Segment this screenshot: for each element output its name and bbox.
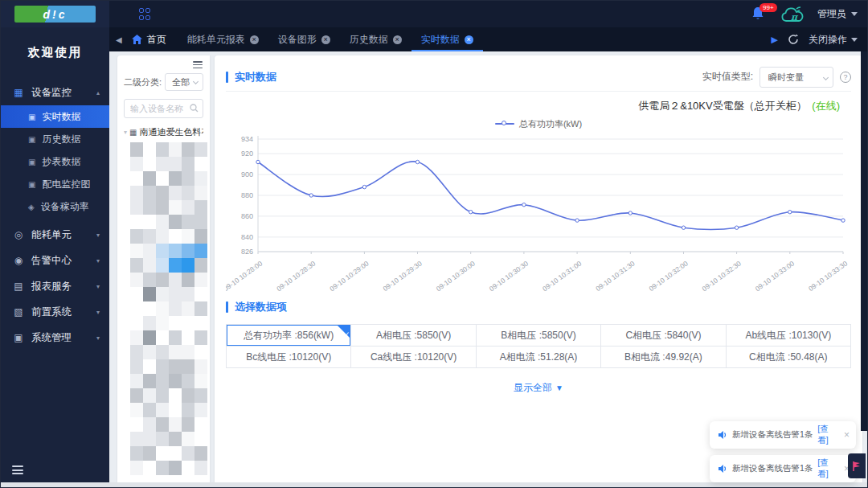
- tree-blur-cell: [130, 461, 143, 475]
- sidebar-item-设备稼动率[interactable]: ◈设备稼动率: [1, 195, 109, 218]
- sidebar-group-系统管理[interactable]: ▣系统管理▾: [1, 325, 109, 351]
- user-menu[interactable]: 管理员: [817, 7, 858, 21]
- tree-blur-cell: [156, 345, 169, 359]
- data-point[interactable]: [575, 219, 579, 222]
- tab-close-icon[interactable]: ×: [321, 35, 330, 44]
- chevron-down-icon: [851, 12, 858, 16]
- tree-blur-cell: [143, 316, 156, 330]
- speaker-icon: [718, 430, 727, 440]
- sidebar-group-前置系统[interactable]: ▧前置系统▾: [1, 299, 109, 325]
- tree-blur-cell: [169, 287, 182, 301]
- tree-blur-cell: [156, 316, 169, 330]
- data-item-cell[interactable]: A相电流 :51.28(A): [477, 347, 601, 368]
- tree-blur-cell: [169, 301, 182, 316]
- data-point[interactable]: [682, 226, 685, 229]
- sidebar-item-历史数据[interactable]: ▣历史数据: [1, 128, 109, 150]
- tab-close-icon[interactable]: ×: [465, 35, 473, 44]
- realtime-type-select[interactable]: 瞬时变量: [760, 67, 833, 88]
- data-point[interactable]: [416, 160, 419, 163]
- sidebar-group-报表服务[interactable]: ▤报表服务▾: [1, 273, 109, 299]
- category-select[interactable]: 全部: [165, 73, 203, 91]
- tree-blur-cell: [130, 215, 143, 229]
- chevron-down-icon: [851, 38, 858, 42]
- refresh-icon[interactable]: [788, 34, 799, 45]
- tree-blur-cell: [143, 345, 156, 359]
- sidebar-item-配电监控图[interactable]: ▣配电监控图: [1, 173, 109, 195]
- data-point[interactable]: [788, 211, 792, 214]
- sidebar-item-实时数据[interactable]: ▣实时数据: [1, 105, 109, 128]
- annotation-flag-widget[interactable]: [848, 453, 866, 478]
- data-item-cell[interactable]: Ab线电压 :10130(V): [727, 325, 851, 347]
- tree-blur-cell: [169, 200, 182, 215]
- tree-blur-cell: [182, 330, 194, 345]
- tree-blur-cell: [169, 244, 182, 258]
- sidebar-collapse-icon[interactable]: [12, 465, 23, 474]
- data-item-cell[interactable]: B相电压 :5850(V): [477, 325, 601, 347]
- data-point[interactable]: [735, 226, 738, 229]
- sidebar-group-label: 告警中心: [31, 254, 72, 268]
- notification-bell-icon[interactable]: 99+: [751, 6, 768, 23]
- tabs-scroll-left-icon[interactable]: ◀: [109, 27, 129, 51]
- tree-root-node[interactable]: ▾ ▦ 南通迪爱生色料有限公: [124, 126, 203, 138]
- tab[interactable]: 实时数据×: [411, 27, 483, 51]
- tab[interactable]: 能耗单元报表×: [178, 27, 268, 51]
- data-point[interactable]: [522, 203, 526, 207]
- show-all-button[interactable]: 显示全部▼: [226, 381, 851, 395]
- help-icon[interactable]: ?: [840, 72, 851, 83]
- tree-blur-cell: [156, 432, 169, 446]
- data-point[interactable]: [469, 211, 473, 214]
- cloud-pi-icon[interactable]: π: [780, 5, 805, 24]
- sidebar-group-告警中心[interactable]: ◉告警中心▾: [1, 248, 109, 273]
- tree-blur-cell: [130, 432, 143, 446]
- tab[interactable]: 设备图形×: [268, 27, 340, 51]
- toast-view-link[interactable]: [查看]: [817, 424, 839, 446]
- data-item-cell[interactable]: 总有功功率 :856(kW)✓: [227, 325, 351, 347]
- data-point[interactable]: [628, 211, 632, 215]
- sidebar-item-抄表数据[interactable]: ▣抄表数据: [1, 150, 109, 173]
- main-panel: 实时数据 实时值类型: 瞬时变量 ? 供電局２&10KV受電盤（总开关柜） (在…: [215, 55, 862, 483]
- tree-blur-cell: [156, 229, 169, 244]
- x-axis-tick-label: 09-10 10:32:30: [701, 259, 743, 293]
- tab-close-icon[interactable]: ×: [250, 35, 259, 44]
- toast-close-icon[interactable]: ×: [844, 429, 850, 441]
- data-item-cell[interactable]: C相电流 :50.48(A): [727, 347, 851, 368]
- data-item-cell[interactable]: C相电压 :5840(V): [601, 325, 726, 347]
- data-point[interactable]: [362, 185, 366, 188]
- device-tree-panel: 二级分类: 全部 ▾ ▦ 南通迪爱生色料有限公: [117, 55, 210, 483]
- tree-blur-cell: [130, 345, 143, 359]
- chart-legend[interactable]: 总有功功率(kW): [226, 117, 851, 131]
- tree-blur-cell: [182, 316, 194, 330]
- tree-blur-cell: [194, 244, 207, 258]
- sidebar-group-能耗单元[interactable]: ◎能耗单元▾: [1, 222, 109, 248]
- tree-blur-cell: [156, 258, 169, 273]
- data-item-cell[interactable]: Ca线电压 :10120(V): [351, 347, 476, 368]
- line-chart[interactable]: 82684086088090092093409-10 10:28:0009-10…: [226, 131, 851, 295]
- data-item-cell[interactable]: Bc线电压 :10120(V): [227, 347, 351, 368]
- toast-view-link[interactable]: [查看]: [817, 457, 839, 480]
- chevron-down-icon: ▾: [96, 232, 100, 239]
- data-item-value: C相电流 :50.48(A): [749, 351, 827, 363]
- close-operations-menu[interactable]: 关闭操作: [809, 33, 858, 47]
- data-point[interactable]: [256, 160, 260, 163]
- data-point[interactable]: [841, 219, 845, 222]
- tree-blur-cell: [156, 273, 169, 287]
- tabs-scroll-right-icon[interactable]: ▶: [772, 35, 778, 45]
- tree-blur-cell: [194, 359, 207, 374]
- document-icon: ▣: [28, 113, 35, 121]
- data-point[interactable]: [309, 194, 313, 197]
- data-item-cell[interactable]: B相电流 :49.92(A): [601, 347, 726, 368]
- logo-text: d!c: [43, 8, 68, 21]
- tab[interactable]: 历史数据×: [340, 27, 411, 51]
- tab-close-icon[interactable]: ×: [393, 35, 402, 44]
- data-item-cell[interactable]: A相电压 :5850(V): [351, 325, 476, 347]
- apps-grid-icon[interactable]: [139, 8, 151, 20]
- sidebar-group-设备监控[interactable]: ▦设备监控▴: [1, 80, 109, 105]
- tree-expand-icon[interactable]: ▾: [124, 129, 127, 136]
- menu-group-icon: ◎: [13, 229, 24, 240]
- tab-home[interactable]: 首页: [129, 27, 178, 51]
- tree-blur-cell: [182, 215, 194, 229]
- data-item-value: 总有功功率 :856(kW): [244, 330, 334, 341]
- section-accent-bar: [226, 72, 228, 83]
- tree-blur-cell: [130, 330, 143, 345]
- panel-list-icon[interactable]: [193, 61, 203, 68]
